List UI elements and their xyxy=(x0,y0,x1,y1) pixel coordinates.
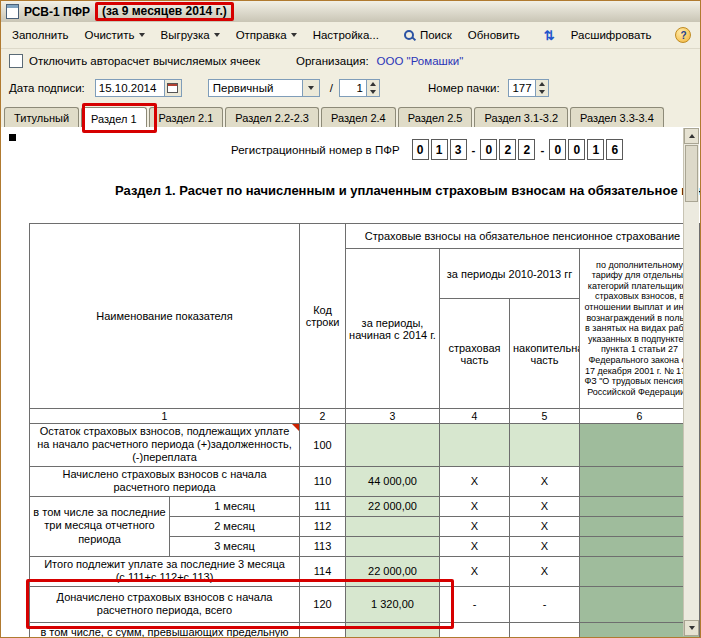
cell-funded: X xyxy=(510,496,580,516)
digit-box[interactable]: 0 xyxy=(412,139,429,160)
cell-2014[interactable] xyxy=(346,622,440,637)
table-row-120: Доначислено страховых взносов с начала р… xyxy=(30,586,700,622)
toolbar: Заполнить Очистить Выгрузка Отправка Нас… xyxy=(1,22,700,49)
correction-number-stepper xyxy=(339,79,380,97)
digit-box[interactable]: 1 xyxy=(587,139,604,160)
window-title-period: (за 9 месяцев 2014 г.) xyxy=(102,4,227,18)
col-num: 2 xyxy=(300,409,346,424)
digit-box[interactable]: 0 xyxy=(549,139,566,160)
spin-down-button[interactable] xyxy=(536,88,548,96)
table-row-114: Итого подлежит уплате за последние 3 мес… xyxy=(30,556,700,586)
cell-insurance[interactable] xyxy=(440,424,510,467)
settings-button[interactable]: Настройка... xyxy=(306,25,386,45)
digit-box[interactable]: 2 xyxy=(518,139,535,160)
row-name: Доначислено страховых взносов с начала р… xyxy=(30,586,300,622)
section-title: Раздел 1. Расчет по начисленным и уплаче… xyxy=(115,183,700,198)
pack-number-input[interactable] xyxy=(509,80,535,96)
digit-box[interactable]: 3 xyxy=(450,139,467,160)
cell-2014[interactable]: 1 320,00 xyxy=(346,586,440,622)
help-button[interactable]: ? xyxy=(668,23,698,47)
row-code: 112 xyxy=(300,516,346,536)
arrow-up-icon xyxy=(539,82,545,86)
tab-razdel-1[interactable]: Раздел 1 xyxy=(81,107,147,128)
refresh-button[interactable]: Обновить xyxy=(461,25,527,45)
tab-razdel-2-1[interactable]: Раздел 2.1 xyxy=(149,107,224,127)
search-icon xyxy=(403,29,416,42)
digit-box[interactable]: 0 xyxy=(480,139,497,160)
title-bar[interactable]: РСВ-1 ПФР (за 9 месяцев 2014 г.) xyxy=(1,1,700,23)
cell-funded: X xyxy=(510,536,580,556)
cell-insurance: X xyxy=(440,466,510,496)
autocalc-checkbox[interactable] xyxy=(9,54,23,68)
cell-2014[interactable] xyxy=(346,516,440,536)
chevron-down-icon xyxy=(291,33,297,37)
spin-up-button[interactable] xyxy=(367,80,379,88)
scroll-down-button[interactable] xyxy=(684,620,699,636)
clear-button[interactable]: Очистить xyxy=(77,25,151,45)
cell-2014[interactable]: 22 000,00 xyxy=(346,556,440,586)
col-header-name: Наименование показателя xyxy=(30,224,300,409)
cell-funded xyxy=(510,622,580,637)
pack-number-stepper xyxy=(508,79,549,97)
row-subname: 2 месяц xyxy=(170,516,300,536)
registration-number-digits[interactable]: 0 1 3 - 0 2 2 - 0 0 1 6 xyxy=(412,139,624,160)
row-code: 113 xyxy=(300,536,346,556)
tab-titulny[interactable]: Титульный xyxy=(4,107,79,127)
add-tariff-text-2: занятых на видах работ, указанных в подп… xyxy=(584,323,694,397)
cell-2014[interactable]: 44 000,00 xyxy=(346,466,440,496)
cell-funded: X xyxy=(510,516,580,536)
annotation-highlight-period: (за 9 месяцев 2014 г.) xyxy=(95,2,234,21)
decipher-button[interactable]: Расшифровать xyxy=(564,25,659,45)
organization-value[interactable]: ООО "Ромашки" xyxy=(377,55,464,67)
col-num: 1 xyxy=(30,409,300,424)
cell-note-marker-icon xyxy=(292,424,299,431)
sort-arrows-icon: ⇅ xyxy=(544,29,555,42)
search-button[interactable]: Поиск xyxy=(396,25,459,46)
cell-2014[interactable] xyxy=(346,424,440,467)
section1-page: Регистрационный номер в ПФР 0 1 3 - 0 2 … xyxy=(1,127,700,637)
fill-button[interactable]: Заполнить xyxy=(5,25,75,45)
col-header-since2014: за периоды, начиная с 2014 г. xyxy=(346,249,440,409)
cell-add-tariff xyxy=(580,424,700,467)
scroll-up-button[interactable] xyxy=(684,128,699,144)
scrollbar-thumb[interactable] xyxy=(685,145,698,202)
sign-date-input[interactable] xyxy=(96,80,164,96)
clear-button-label: Очистить xyxy=(84,29,134,41)
cell-insurance: X xyxy=(440,556,510,586)
registration-number-row: Регистрационный номер в ПФР 0 1 3 - 0 2 … xyxy=(231,139,623,160)
dropdown-button[interactable] xyxy=(302,80,319,96)
tab-razdel-2-4[interactable]: Раздел 2.4 xyxy=(321,107,396,127)
tab-razdel-3-1-3-2[interactable]: Раздел 3.1-3.2 xyxy=(474,107,568,127)
row-subname: 1 месяц xyxy=(170,496,300,516)
spin-down-button[interactable] xyxy=(367,88,379,96)
digit-box[interactable]: 6 xyxy=(606,139,623,160)
col-header-2010-2013: за периоды 2010-2013 гг xyxy=(440,249,580,299)
search-button-label: Поиск xyxy=(420,29,452,41)
correction-number-input[interactable] xyxy=(340,80,366,96)
report-kind-select[interactable]: Первичный xyxy=(208,79,320,97)
cell-2014[interactable]: 22 000,00 xyxy=(346,496,440,516)
unload-button[interactable]: Выгрузка xyxy=(154,25,227,45)
cell-funded: X xyxy=(510,556,580,586)
digit-box[interactable]: 2 xyxy=(499,139,516,160)
col-header-add-tariff: по дополнительному тарифу для отдельных … xyxy=(580,249,700,409)
section1-table: Наименование показателя Код строки Страх… xyxy=(29,223,700,637)
spin-up-button[interactable] xyxy=(536,80,548,88)
cell-add-tariff xyxy=(580,622,700,637)
tab-razdel-2-2-2-3[interactable]: Раздел 2.2-2.3 xyxy=(225,107,319,127)
tab-razdel-3-3-3-4[interactable]: Раздел 3.3-3.4 xyxy=(570,107,664,127)
sort-button[interactable]: ⇅ xyxy=(537,25,562,46)
sign-date-field xyxy=(95,79,182,97)
section-tabs: Титульный Раздел 1 Раздел 2.1 Раздел 2.2… xyxy=(1,102,700,128)
send-button[interactable]: Отправка xyxy=(229,25,304,45)
calendar-button[interactable] xyxy=(164,80,181,96)
settings-button-label: Настройка... xyxy=(313,29,379,41)
tab-razdel-2-5[interactable]: Раздел 2.5 xyxy=(398,107,473,127)
digit-box[interactable]: 1 xyxy=(431,139,448,160)
cell-2014[interactable] xyxy=(346,536,440,556)
vertical-scrollbar[interactable] xyxy=(683,128,699,636)
cell-funded[interactable] xyxy=(510,424,580,467)
row-name-text: Остаток страховых взносов, подлежащих уп… xyxy=(37,425,292,463)
cell-add-tariff xyxy=(580,586,700,622)
digit-box[interactable]: 0 xyxy=(568,139,585,160)
